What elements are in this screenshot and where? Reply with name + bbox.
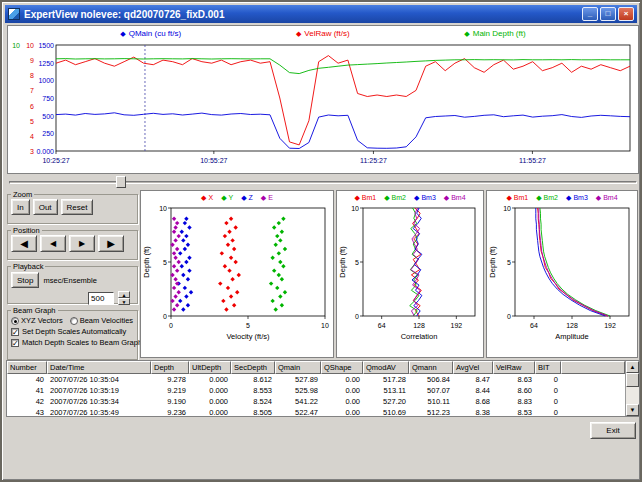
beam-graph-group: Beam Graph XYZ VectorsBeam Velocities ✓S…: [7, 306, 138, 360]
minimize-icon[interactable]: _: [582, 7, 598, 21]
svg-text:1250: 1250: [38, 60, 54, 67]
column-header-bit[interactable]: BIT: [535, 361, 561, 374]
column-header-qshape[interactable]: QShape: [321, 361, 363, 374]
radio-dot-icon: [70, 317, 78, 325]
zoom-in-button[interactable]: In: [11, 199, 30, 215]
legend-marker-icon: ◆: [120, 30, 125, 37]
column-header-qmodav[interactable]: QmodAV: [363, 361, 409, 374]
time-slider[interactable]: [7, 176, 639, 188]
legend-label: X: [208, 194, 213, 201]
cell: 8.38: [453, 407, 493, 417]
svg-text:10:25:27: 10:25:27: [42, 157, 69, 164]
table-row[interactable]: 412007/07/26 10:35:199.2190.0008.553525.…: [7, 385, 639, 396]
cell: 8.612: [231, 374, 275, 385]
legend-label: Bm4: [451, 194, 465, 201]
table-row[interactable]: 432007/07/26 10:35:499.2360.0008.505522.…: [7, 407, 639, 417]
column-header-secdepth[interactable]: SecDepth: [231, 361, 275, 374]
legend-label: E: [268, 194, 273, 201]
zoom-out-button[interactable]: Out: [33, 199, 58, 215]
legend-label: Main Depth (ft): [473, 29, 526, 38]
checkbox-set-depth-scales-automatically[interactable]: ✓Set Depth Scales Automatically: [11, 327, 134, 336]
zoom-reset-button[interactable]: Reset: [61, 199, 94, 215]
column-header-date-time[interactable]: Date/Time: [47, 361, 151, 374]
svg-text:500: 500: [42, 113, 54, 120]
cell: 0.00: [321, 396, 363, 407]
svg-text:1500: 1500: [38, 42, 54, 49]
table-row[interactable]: 402007/07/26 10:35:049.2780.0008.612527.…: [7, 374, 639, 385]
legend-label: Bm4: [603, 194, 617, 201]
legend-label: Z: [249, 194, 253, 201]
column-header-number[interactable]: Number: [7, 361, 47, 374]
legend-marker-icon: ◆: [444, 194, 449, 201]
svg-text:128: 128: [566, 322, 578, 329]
legend-marker-icon: ◆: [596, 194, 601, 201]
legend-marker-icon: ◆: [536, 194, 541, 201]
svg-text:Amplitude: Amplitude: [555, 332, 588, 341]
svg-text:0: 0: [355, 313, 359, 320]
column-header-avgvel[interactable]: AvgVel: [453, 361, 493, 374]
beam-graph-group-label: Beam Graph: [11, 306, 58, 315]
svg-text:0: 0: [169, 322, 173, 329]
xyz-velocity-chart[interactable]: 05100510Velocity (ft/s)Depth (ft): [141, 204, 333, 357]
scrollbar-thumb[interactable]: [626, 373, 639, 387]
correlation-chart[interactable]: 051064128192CorrelationDepth (ft): [337, 204, 483, 357]
main-chart-legend: ◆QMain (cu ft/s)◆VelRaw (ft/s)◆Main Dept…: [8, 26, 638, 41]
radio-beam-velocities[interactable]: Beam Velocities: [70, 316, 133, 325]
legend-label: Bm2: [392, 194, 406, 201]
position-back-button[interactable]: ◀: [40, 235, 66, 252]
cell: 8.53: [493, 407, 535, 417]
cell: 8.553: [231, 385, 275, 396]
xyz-chart-legend: ◆X◆Y◆Z◆E: [141, 191, 333, 204]
cell: 9.236: [151, 407, 189, 417]
legend-bm3: ◆Bm3: [566, 194, 588, 201]
checkbox-match-depth-scales-to-beam-graph[interactable]: ✓Match Depth Scales to Beam Graph: [11, 338, 134, 347]
position-fast-back-button[interactable]: ◀: [11, 235, 37, 252]
stop-button[interactable]: Stop: [11, 272, 39, 288]
table-scrollbar[interactable]: ▲ ▼: [625, 361, 639, 416]
main-timeseries-chart[interactable]: 101098765431500125010007505002500.00010:…: [8, 41, 636, 173]
close-icon[interactable]: ×: [618, 7, 634, 21]
column-header-velraw[interactable]: VelRaw: [493, 361, 535, 374]
svg-text:192: 192: [450, 322, 462, 329]
svg-text:750: 750: [42, 95, 54, 102]
cell: 522.47: [275, 407, 321, 417]
match-depth-scales-to-beam-graph-label: Match Depth Scales to Beam Graph: [22, 338, 142, 347]
maximize-icon[interactable]: □: [600, 7, 616, 21]
column-header-depth[interactable]: Depth: [151, 361, 189, 374]
column-header-filler[interactable]: [561, 361, 625, 374]
cell: 0.000: [189, 374, 231, 385]
legend-z: ◆Z: [241, 194, 253, 201]
cell: [561, 396, 625, 407]
svg-text:3: 3: [30, 148, 34, 155]
cell: 8.68: [453, 396, 493, 407]
cell: 2007/07/26 10:35:04: [47, 374, 151, 385]
legend-bm2: ◆Bm2: [536, 194, 558, 201]
cell: 8.83: [493, 396, 535, 407]
column-header-qmain[interactable]: Qmain: [275, 361, 321, 374]
svg-text:10: 10: [503, 205, 511, 212]
spin-up-icon[interactable]: ▲: [118, 291, 130, 298]
radio-xyz-vectors[interactable]: XYZ Vectors: [11, 316, 63, 325]
table-row[interactable]: 422007/07/26 10:35:349.1900.0008.524541.…: [7, 396, 639, 407]
column-header-qmann[interactable]: Qmann: [409, 361, 453, 374]
cell: 517.28: [363, 374, 409, 385]
table-body: 402007/07/26 10:35:049.2780.0008.612527.…: [7, 374, 639, 417]
spin-down-icon[interactable]: ▼: [118, 298, 130, 305]
cell: 0.00: [321, 374, 363, 385]
slider-track[interactable]: [9, 181, 637, 184]
legend-marker-icon: ◆: [414, 194, 419, 201]
beam-graph-radios: XYZ VectorsBeam Velocities: [11, 316, 134, 325]
scroll-down-icon[interactable]: ▼: [626, 404, 639, 416]
column-header-ultdepth[interactable]: UltDepth: [189, 361, 231, 374]
position-forward-button[interactable]: ▶: [69, 235, 95, 252]
exit-button[interactable]: Exit: [590, 422, 636, 439]
scroll-up-icon[interactable]: ▲: [626, 361, 639, 373]
slider-thumb[interactable]: [116, 176, 126, 188]
cell: 527.89: [275, 374, 321, 385]
amplitude-chart[interactable]: 051064128192AmplitudeDepth (ft): [487, 204, 637, 357]
rate-input[interactable]: [88, 292, 114, 305]
title-bar[interactable]: ExpertView nolevee: qd20070726_fixD.001 …: [5, 5, 637, 23]
svg-text:Depth (ft): Depth (ft): [338, 246, 347, 278]
svg-text:Correlation: Correlation: [401, 332, 438, 341]
position-fast-forward-button[interactable]: ▶: [98, 235, 124, 252]
